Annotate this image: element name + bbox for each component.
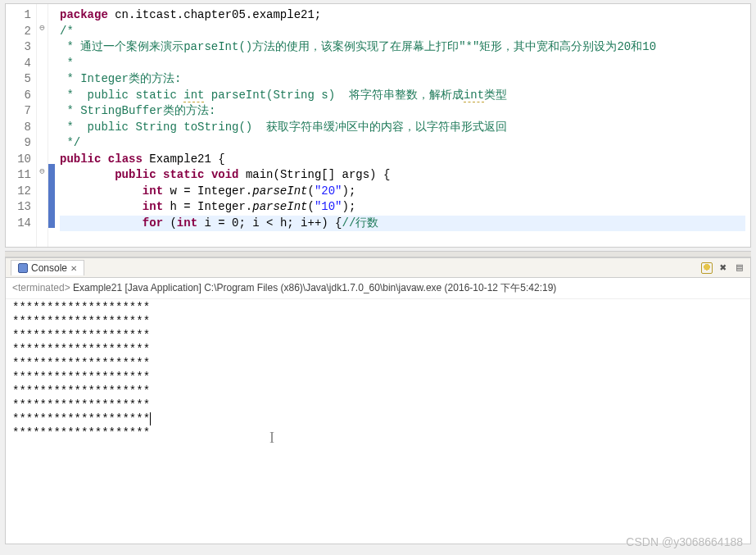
output-row: ********************	[12, 357, 744, 371]
code-editor-pane: 1 2 3 4 5 6 7 8 9 10 11 12 13 14 ⊖ ⊖	[5, 3, 751, 248]
console-toolbar: ✖ ▤	[701, 262, 745, 274]
line-number-gutter: 1 2 3 4 5 6 7 8 9 10 11 12 13 14	[6, 4, 37, 247]
console-tabbar: Console ✕ ✖ ▤	[6, 258, 750, 278]
line-number: 4	[9, 56, 31, 72]
console-output[interactable]: ******************** *******************…	[6, 299, 750, 544]
output-row: ********************	[12, 301, 744, 315]
line-number: 10	[9, 152, 31, 168]
console-icon	[18, 263, 28, 273]
console-status: <terminated> Example21 [Java Application…	[6, 278, 750, 299]
line-number: 3	[9, 39, 31, 56]
watermark-text: CSDN @y3068664188	[626, 535, 743, 548]
output-row: ********************	[12, 329, 744, 343]
text-cursor	[150, 412, 151, 425]
output-row: ********************	[12, 343, 744, 357]
terminated-label: <terminated>	[12, 282, 73, 293]
code-area[interactable]: 1 2 3 4 5 6 7 8 9 10 11 12 13 14 ⊖ ⊖	[6, 4, 750, 247]
line-number: 5	[9, 71, 31, 88]
output-row: ********************	[12, 426, 744, 440]
line-number: 11	[9, 167, 31, 184]
code-text[interactable]: package cn.itcast.chapter05.example21; /…	[55, 4, 750, 247]
output-row: ********************	[12, 398, 744, 412]
line-number: 8	[9, 120, 31, 136]
output-row: ********************	[12, 384, 744, 398]
ibeam-cursor-icon: I	[269, 430, 274, 447]
keyword-package: package	[60, 8, 108, 21]
line-number: 12	[9, 184, 31, 200]
launch-description: Example21 [Java Application] C:\Program …	[73, 282, 556, 293]
line-number: 9	[9, 135, 31, 152]
sash-divider[interactable]	[5, 251, 751, 257]
line-number: 14	[9, 216, 31, 232]
line-number: 2	[9, 24, 31, 40]
console-pane: Console ✕ ✖ ▤ <terminated> Example21 [Ja…	[5, 257, 751, 544]
line-number: 7	[9, 103, 31, 120]
output-row: ********************	[12, 315, 744, 329]
override-marker-icon	[48, 164, 55, 180]
fold-column: ⊖ ⊖	[37, 4, 48, 247]
line-number: 13	[9, 199, 31, 216]
tab-console[interactable]: Console ✕	[11, 260, 84, 275]
output-row: ********************	[12, 412, 744, 426]
marker-column	[48, 4, 55, 247]
line-number: 1	[9, 7, 31, 24]
clear-console-icon[interactable]: ▤	[734, 262, 745, 274]
pin-console-icon[interactable]	[701, 262, 713, 274]
current-line: for (int i = 0; i < h; i++) {//行数	[60, 216, 745, 232]
fold-toggle-icon[interactable]: ⊖	[37, 164, 48, 180]
output-row: ********************	[12, 371, 744, 384]
line-number: 6	[9, 88, 31, 104]
close-tab-icon[interactable]: ✕	[70, 264, 77, 273]
fold-toggle-icon[interactable]: ⊖	[37, 20, 48, 37]
tab-label: Console	[31, 262, 67, 274]
remove-launch-icon[interactable]: ✖	[718, 262, 729, 274]
